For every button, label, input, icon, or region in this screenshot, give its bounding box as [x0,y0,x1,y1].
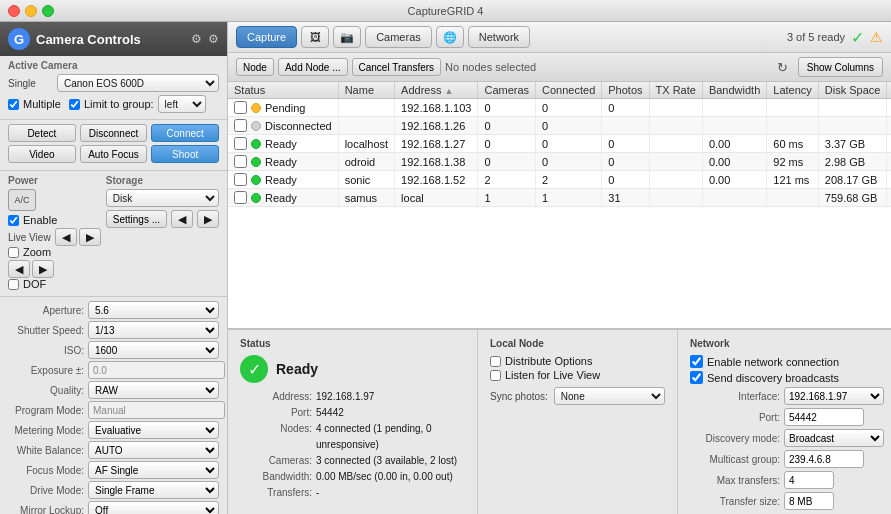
zoom-prev[interactable]: ◀ [8,260,30,278]
multicast-group-input[interactable] [784,450,864,468]
quality-label: Quality: [8,385,88,396]
interface-select[interactable]: 192.168.1.97 [784,387,884,405]
status-cell: Pending [228,99,338,117]
zoom-next[interactable]: ▶ [32,260,54,278]
enable-network-checkbox[interactable] [690,355,703,368]
autofocus-button[interactable]: Auto Focus [80,145,148,163]
exposure-row: Exposure ±: [8,361,219,379]
storage-prev[interactable]: ◀ [171,210,193,228]
discovery-mode-select[interactable]: Broadcast [784,429,884,447]
add-node-button[interactable]: Add Node ... [278,58,348,76]
listen-live-view-checkbox[interactable] [490,370,501,381]
col-cameras[interactable]: Cameras [478,82,536,99]
live-view-prev[interactable]: ◀ [55,228,77,246]
col-diskspace[interactable]: Disk Space [818,82,887,99]
gear-icon-2[interactable]: ⚙ [208,32,219,46]
status-dot-icon [251,139,261,149]
send-discovery-checkbox[interactable] [690,371,703,384]
wb-select[interactable]: AUTO [88,441,219,459]
ac-icon[interactable]: A/C [8,189,36,211]
limit-group-checkbox[interactable] [69,99,80,110]
shoot-button[interactable]: Shoot [151,145,219,163]
storage-select[interactable]: Disk [106,189,219,207]
table-row[interactable]: Ready odroid 192.168.1.38 0 0 0 0.00 92 … [228,153,891,171]
col-connected[interactable]: Connected [536,82,602,99]
connect-button[interactable]: Connect [151,124,219,142]
col-latency[interactable]: Latency [767,82,819,99]
txrate-cell [649,117,702,135]
video-button[interactable]: Video [8,145,76,163]
focus-mode-select[interactable]: AF Single [88,461,219,479]
close-button[interactable] [8,5,20,17]
storage-next[interactable]: ▶ [197,210,219,228]
multiple-checkbox[interactable] [8,99,19,110]
zoom-checkbox[interactable] [8,247,19,258]
shutter-select[interactable]: 1/13 [88,321,219,339]
limit-group-select[interactable]: left [158,95,206,113]
table-row[interactable]: Disconnected 192.168.1.26 0 0 [228,117,891,135]
tab-photos[interactable]: 🖼 [301,26,329,48]
main-toolbar: Capture 🖼 Photos 📷 Cameras 🌐 Network 3 o… [228,22,891,53]
tab-capture[interactable]: Capture [236,26,297,48]
gear-icon[interactable]: ⚙ [191,32,202,46]
zoom-controls: ◀ ▶ [8,260,102,278]
table-row[interactable]: Ready samus local 1 1 31 759.68 GB v4.6 … [228,189,891,207]
settings-button[interactable]: Settings ... [106,210,167,228]
minimize-button[interactable] [25,5,37,17]
status-cell: Disconnected [228,117,338,135]
tab-cameras[interactable]: 📷 [333,26,361,48]
tab-network[interactable]: 🌐 [436,26,464,48]
cameras-cell: 0 [478,99,536,117]
power-controls: A/C [8,189,102,211]
refresh-button[interactable]: ↻ [772,57,794,77]
col-bandwidth[interactable]: Bandwidth [702,82,766,99]
distribute-options-checkbox[interactable] [490,356,501,367]
col-photos[interactable]: Photos [602,82,649,99]
maximize-button[interactable] [42,5,54,17]
cancel-transfers-button[interactable]: Cancel Transfers [352,58,442,76]
multicast-group-row: Multicast group: [690,450,884,468]
live-view-next[interactable]: ▶ [79,228,101,246]
dof-checkbox[interactable] [8,279,19,290]
max-transfers-input[interactable] [784,471,834,489]
table-row[interactable]: Ready localhost 192.168.1.27 0 0 0 0.00 … [228,135,891,153]
col-address[interactable]: Address ▲ [395,82,478,99]
port-input[interactable] [784,408,864,426]
mirror-lockup-select[interactable]: Off [88,501,219,514]
name-cell [338,99,394,117]
connected-cell: 1 [536,189,602,207]
disconnect-button[interactable]: Disconnect [80,124,148,142]
nodes-table-container[interactable]: Status Name Address ▲ Cameras Connected … [228,82,891,329]
col-version[interactable]: Version [887,82,891,99]
program-mode-label: Program Mode: [8,405,88,416]
single-camera-select[interactable]: Canon EOS 600D [57,74,219,92]
row-checkbox[interactable] [234,173,247,186]
sync-photos-select[interactable]: None [554,387,665,405]
quality-select[interactable]: RAW [88,381,219,399]
show-columns-button[interactable]: Show Columns [798,57,883,77]
row-checkbox[interactable] [234,101,247,114]
row-checkbox[interactable] [234,155,247,168]
iso-select[interactable]: 1600 [88,341,219,359]
tab-cameras-label[interactable]: Cameras [365,26,432,48]
network-title: Network [690,338,884,349]
ready-count: 3 of 5 ready [787,31,845,43]
row-checkbox[interactable] [234,119,247,132]
col-name[interactable]: Name [338,82,394,99]
exposure-input[interactable] [88,361,225,379]
power-box: Power A/C Enable Live View ◀ ▶ [8,175,102,292]
enable-checkbox[interactable] [8,215,19,226]
metering-select[interactable]: Evaluative [88,421,219,439]
table-row[interactable]: Ready sonic 192.168.1.52 2 2 0 0.00 121 … [228,171,891,189]
tab-network-label[interactable]: Network [468,26,530,48]
col-txrate[interactable]: TX Rate [649,82,702,99]
detect-button[interactable]: Detect [8,124,76,142]
table-row[interactable]: Pending 192.168.1.103 0 0 0 [228,99,891,117]
aperture-select[interactable]: 5.6 [88,301,219,319]
row-checkbox[interactable] [234,137,247,150]
transfer-size-input[interactable] [784,492,834,510]
col-status[interactable]: Status [228,82,338,99]
row-checkbox[interactable] [234,191,247,204]
node-button[interactable]: Node [236,58,274,76]
drive-mode-select[interactable]: Single Frame [88,481,219,499]
